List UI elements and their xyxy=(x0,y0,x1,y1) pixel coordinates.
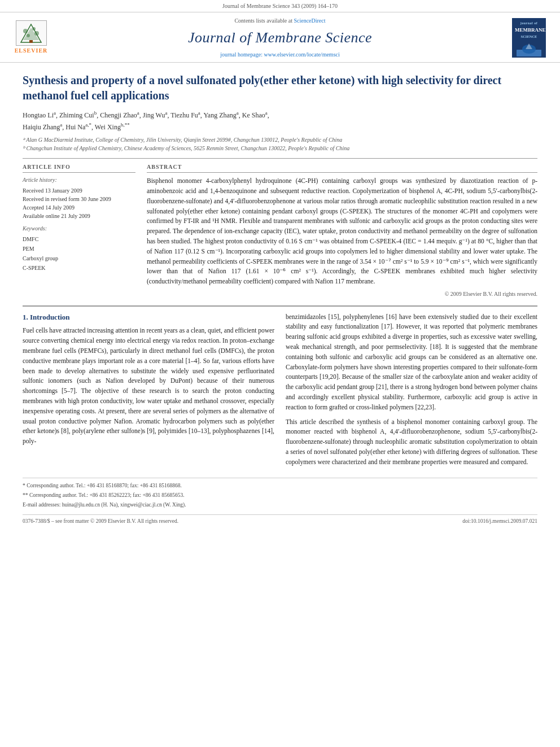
info-abstract-section: Article info Article history: Received 1… xyxy=(23,163,537,299)
history-title: Article history: xyxy=(23,176,135,185)
svg-rect-2 xyxy=(29,40,33,43)
received-date: Received 13 January 2009 xyxy=(23,186,135,195)
journal-homepage-line: journal homepage: www.elsevier.com/locat… xyxy=(51,51,509,59)
article-title: Synthesis and property of a novel sulfon… xyxy=(23,73,537,103)
copyright: © 2009 Elsevier B.V. All rights reserved… xyxy=(147,290,537,299)
available-date: Available online 21 July 2009 xyxy=(23,212,135,220)
footer-issn: 0376-7388/$ – see front matter © 2009 El… xyxy=(23,518,178,526)
intro-left-text: Fuel cells have attracted increasing att… xyxy=(23,326,274,447)
footer-bar: 0376-7388/$ – see front matter © 2009 El… xyxy=(23,514,537,526)
authors-line: Hongtao Lia, Zhiming Cuib, Chengji Zhaoa… xyxy=(23,109,537,133)
abstract-col: Abstract Bisphenol monomer 4-carboxylphe… xyxy=(147,163,537,299)
affiliations: ᵃ Alan G MacDiarmid Institute, College o… xyxy=(23,136,537,152)
footnote-doublestar: ** Corresponding author. Tel.: +86 431 8… xyxy=(23,491,537,499)
intro-heading: 1. Introduction xyxy=(23,312,274,323)
keyword-4: C-SPEEK xyxy=(23,263,135,273)
svg-point-4 xyxy=(34,31,39,36)
keywords-block: Keywords: DMFC PEM Carboxyl group C-SPEE… xyxy=(23,225,135,273)
footnote-email: E-mail addresses: huina@jlu.edu.cn (H. N… xyxy=(23,501,537,509)
keyword-3: Carboxyl group xyxy=(23,254,135,263)
main-content: Synthesis and property of a novel sulfon… xyxy=(0,63,560,537)
affiliation-b: ᵇ Changchun Institute of Applied Chemist… xyxy=(23,144,537,152)
abstract-label: Abstract xyxy=(147,163,537,173)
intro-left-col: 1. Introduction Fuel cells have attracte… xyxy=(23,312,274,472)
keyword-1: DMFC xyxy=(23,234,135,244)
journal-title-block: Contents lists available at ScienceDirec… xyxy=(51,17,509,59)
keywords-label: Keywords: xyxy=(23,225,135,233)
elsevier-logo: ELSEVIER xyxy=(11,20,51,55)
accepted-date: Accepted 14 July 2009 xyxy=(23,203,135,212)
intro-right-text-2: This article described the synthesis of … xyxy=(286,417,537,468)
svg-point-6 xyxy=(32,27,36,30)
abstract-text: Bisphenol monomer 4-carboxylphenyl hydro… xyxy=(147,176,537,287)
sciencedirect-link[interactable]: ScienceDirect xyxy=(294,18,325,24)
sciencedirect-line: Contents lists available at ScienceDirec… xyxy=(51,17,509,25)
journal-logo-image: journal of MEMBRANE SCIENCE xyxy=(512,18,546,58)
footnote-section: * Corresponding author. Tel.: +86 431 85… xyxy=(23,478,537,509)
intro-right-col: benzimidazoles [15], polyphenylenes [16]… xyxy=(286,312,537,472)
affiliation-a: ᵃ Alan G MacDiarmid Institute, College o… xyxy=(23,136,537,144)
received-revised-date: Received in revised form 30 June 2009 xyxy=(23,195,135,203)
journal-name: Journal of Membrane Science xyxy=(51,27,509,49)
elsevier-tree-icon xyxy=(16,20,47,46)
article-history-block: Article history: Received 13 January 200… xyxy=(23,176,135,220)
journal-header: ELSEVIER Contents lists available at Sci… xyxy=(0,12,560,63)
keyword-2: PEM xyxy=(23,244,135,254)
introduction-section: 1. Introduction Fuel cells have attracte… xyxy=(23,312,537,472)
homepage-url[interactable]: www.elsevier.com/locate/memsci xyxy=(264,51,339,58)
body-section-divider xyxy=(23,305,537,307)
footnote-star: * Corresponding author. Tel.: +86 431 85… xyxy=(23,482,537,490)
intro-right-text: benzimidazoles [15], polyphenylenes [16]… xyxy=(286,312,537,413)
elsevier-wordmark: ELSEVIER xyxy=(15,47,48,55)
article-info-col: Article info Article history: Received 1… xyxy=(23,163,135,299)
footer-doi: doi:10.1016/j.memsci.2009.07.021 xyxy=(462,518,537,526)
svg-point-3 xyxy=(23,29,28,33)
svg-point-5 xyxy=(27,34,30,37)
article-info-label: Article info xyxy=(23,163,135,173)
header-divider xyxy=(23,158,537,159)
journal-logo-block: journal of MEMBRANE SCIENCE xyxy=(509,18,549,58)
journal-citation: Journal of Membrane Science 343 (2009) 1… xyxy=(0,0,560,12)
